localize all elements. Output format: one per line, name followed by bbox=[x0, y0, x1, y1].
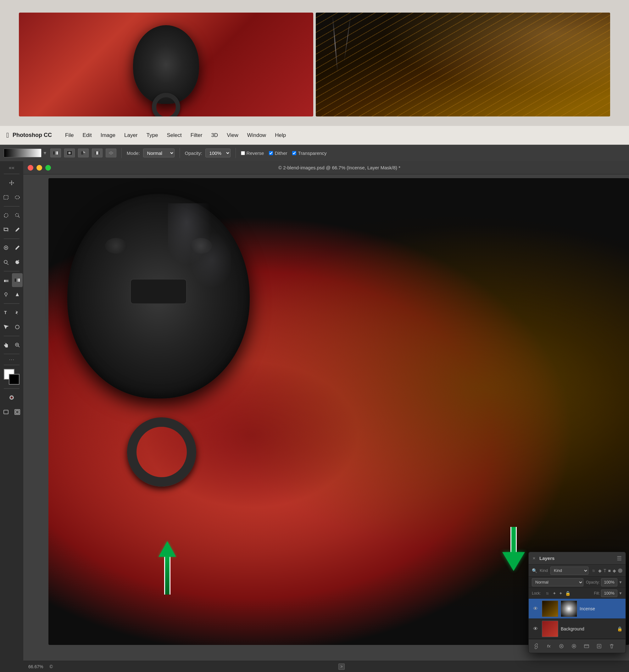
reverse-checkbox[interactable] bbox=[241, 151, 245, 155]
gradient-angle-btn[interactable] bbox=[78, 149, 89, 158]
search-icon[interactable]: 🔍 bbox=[532, 568, 537, 573]
elliptical-marquee-tool[interactable] bbox=[12, 190, 23, 204]
layer-blend-select[interactable]: Normal Multiply Screen Overlay bbox=[532, 578, 583, 586]
artboard-btn[interactable] bbox=[12, 405, 23, 419]
path-select-tool[interactable] bbox=[12, 306, 23, 319]
menu-select[interactable]: Select bbox=[162, 131, 186, 140]
delete-layer-btn[interactable] bbox=[607, 642, 616, 651]
dodge-tool[interactable] bbox=[1, 288, 11, 302]
menu-edit[interactable]: Edit bbox=[78, 131, 96, 140]
reverse-checkbox-label[interactable]: Reverse bbox=[241, 150, 264, 156]
tools-collapse[interactable]: «« bbox=[7, 164, 16, 172]
menu-layer[interactable]: Layer bbox=[120, 131, 142, 140]
rectangular-marquee-tool[interactable] bbox=[1, 190, 11, 204]
link-layers-btn[interactable] bbox=[532, 642, 540, 651]
eyedropper-tool[interactable] bbox=[12, 223, 23, 237]
menu-image[interactable]: Image bbox=[96, 131, 120, 140]
lock-artboard-icon[interactable]: ✦ bbox=[559, 591, 563, 596]
fill-chevron[interactable]: ▼ bbox=[619, 591, 622, 596]
svg-rect-25 bbox=[4, 410, 8, 414]
layer-incense[interactable]: 👁 Incense bbox=[529, 599, 626, 619]
opacity-select[interactable]: 100% 75% 50% bbox=[205, 149, 230, 158]
layer-eye-incense[interactable]: 👁 bbox=[532, 605, 539, 613]
eraser-tool[interactable] bbox=[1, 273, 11, 287]
svg-rect-0 bbox=[53, 151, 58, 154]
layer-eye-background[interactable]: 👁 bbox=[532, 625, 539, 633]
transparency-checkbox[interactable] bbox=[292, 151, 296, 155]
hand-tool[interactable] bbox=[1, 338, 11, 352]
adjustment-filter-icon[interactable]: ◆ bbox=[598, 568, 602, 573]
crop-tool[interactable] bbox=[1, 223, 11, 237]
type-tool[interactable]: T bbox=[1, 306, 11, 319]
shape-tool[interactable] bbox=[12, 320, 23, 334]
left-preview-image[interactable] bbox=[19, 13, 313, 117]
spot-heal-tool[interactable] bbox=[1, 241, 11, 255]
pen-tool[interactable] bbox=[12, 288, 23, 302]
apple-menu[interactable]:  bbox=[6, 131, 9, 139]
dither-checkbox[interactable] bbox=[269, 151, 273, 155]
layer-thumb-incense bbox=[542, 601, 558, 617]
layer-mask-incense[interactable] bbox=[561, 601, 577, 617]
minimize-window-btn[interactable] bbox=[36, 165, 42, 171]
menu-bar:  Photoshop CC File Edit Image Layer Typ… bbox=[0, 126, 629, 145]
filter-toggle-dot[interactable] bbox=[618, 569, 622, 573]
menu-window[interactable]: Window bbox=[243, 131, 271, 140]
nav-arrow-btn[interactable]: > bbox=[338, 664, 345, 670]
menu-filter[interactable]: Filter bbox=[186, 131, 207, 140]
group-layers-btn[interactable] bbox=[582, 642, 591, 651]
screen-mode-btn[interactable] bbox=[1, 405, 11, 419]
move-tool[interactable] bbox=[4, 176, 20, 190]
direct-select-tool[interactable] bbox=[1, 320, 11, 334]
lock-position-icon[interactable]: ✦ bbox=[553, 591, 556, 596]
add-mask-btn[interactable] bbox=[557, 642, 566, 651]
fill-input[interactable] bbox=[601, 590, 618, 597]
clone-stamp-tool[interactable] bbox=[1, 255, 11, 269]
layers-panel-close[interactable]: ✕ bbox=[532, 556, 537, 560]
zoom-tool[interactable] bbox=[12, 338, 23, 352]
menu-help[interactable]: Help bbox=[271, 131, 290, 140]
layer-background[interactable]: 👁 Background 🔒 bbox=[529, 619, 626, 639]
shape-filter-icon[interactable]: ■ bbox=[608, 568, 611, 573]
menu-file[interactable]: File bbox=[61, 131, 78, 140]
new-layer-btn[interactable] bbox=[595, 642, 604, 651]
lasso-tool[interactable] bbox=[1, 208, 11, 222]
add-adjustment-btn[interactable] bbox=[570, 642, 578, 651]
tool-pair-crop bbox=[1, 223, 23, 237]
opacity-chevron[interactable]: ▼ bbox=[619, 580, 622, 584]
menu-type[interactable]: Type bbox=[142, 131, 162, 140]
opacity-input[interactable] bbox=[601, 578, 618, 586]
kind-select[interactable]: Kind bbox=[550, 567, 588, 575]
right-preview-image[interactable] bbox=[316, 13, 610, 117]
background-color[interactable] bbox=[9, 374, 20, 385]
pixel-filter-icon[interactable]: ◾ bbox=[591, 568, 596, 573]
menu-3d[interactable]: 3D bbox=[207, 131, 222, 140]
dither-checkbox-label[interactable]: Dither bbox=[269, 150, 287, 156]
tool-pair-clone bbox=[1, 255, 23, 269]
fx-btn[interactable]: fx bbox=[545, 642, 553, 651]
quick-mask-mode[interactable] bbox=[4, 391, 20, 405]
smart-filter-icon[interactable]: ◆ bbox=[613, 568, 616, 573]
gradient-tool[interactable] bbox=[12, 273, 23, 287]
close-window-btn[interactable] bbox=[28, 165, 33, 171]
gradient-preview[interactable] bbox=[4, 149, 42, 158]
type-filter-icon[interactable]: T bbox=[604, 568, 606, 573]
brush-tool[interactable] bbox=[12, 241, 23, 255]
tool-pair-screen bbox=[1, 405, 23, 419]
svg-point-30 bbox=[573, 646, 575, 647]
history-brush-tool[interactable] bbox=[12, 255, 23, 269]
layers-panel-menu[interactable]: ☰ bbox=[617, 555, 622, 562]
gradient-diamond-btn[interactable] bbox=[106, 149, 116, 158]
transparency-checkbox-label[interactable]: Transparency bbox=[292, 150, 326, 156]
svg-point-12 bbox=[4, 260, 7, 263]
gradient-radial-btn[interactable] bbox=[64, 149, 75, 158]
lock-all-icon[interactable]: 🔒 bbox=[565, 591, 571, 596]
mode-select[interactable]: Normal Dissolve Multiply bbox=[143, 149, 175, 158]
gradient-reflected-btn[interactable] bbox=[92, 149, 103, 158]
gradient-linear-btn[interactable] bbox=[50, 149, 61, 158]
lock-pixels-icon[interactable]: ◾ bbox=[545, 591, 550, 596]
dots-icon[interactable]: ⋯ bbox=[9, 356, 15, 363]
menu-view[interactable]: View bbox=[222, 131, 243, 140]
quick-select-tool[interactable] bbox=[12, 208, 23, 222]
fg-bg-color-selector[interactable] bbox=[4, 369, 20, 385]
maximize-window-btn[interactable] bbox=[45, 165, 51, 171]
